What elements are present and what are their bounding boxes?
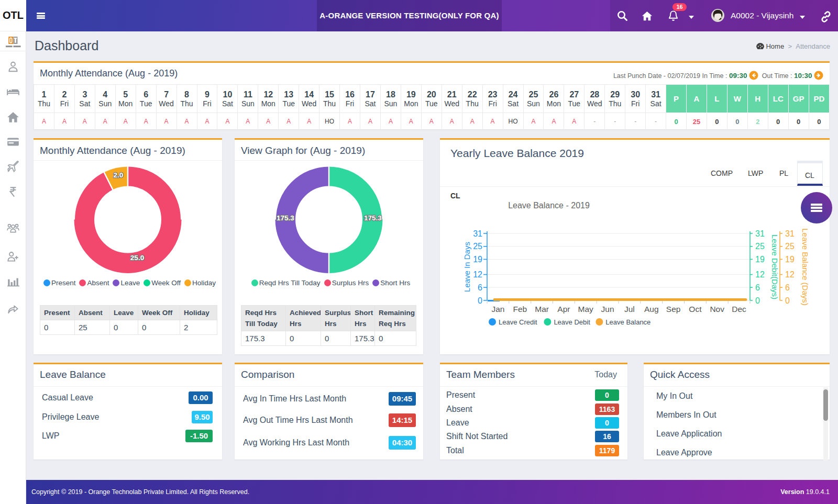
svg-text:Aug: Aug (644, 305, 659, 313)
svg-text:25.0: 25.0 (130, 254, 144, 262)
svg-text:19: 19 (785, 255, 795, 264)
svg-text:0: 0 (478, 296, 482, 305)
svg-text:Nov: Nov (710, 305, 724, 313)
svg-text:Leave Debit: Leave Debit (554, 318, 590, 326)
svg-text:6: 6 (785, 283, 790, 292)
svg-text:2.0: 2.0 (114, 171, 124, 179)
svg-text:0: 0 (755, 296, 760, 305)
svg-text:Jan: Jan (491, 305, 504, 313)
svg-text:Apr: Apr (557, 305, 570, 313)
svg-text:Sep: Sep (666, 305, 681, 313)
svg-text:12: 12 (473, 270, 482, 279)
svg-text:6: 6 (478, 283, 482, 292)
svg-text:May: May (578, 305, 594, 313)
svg-text:175.3: 175.3 (364, 214, 382, 222)
svg-text:Leave Credit: Leave Credit (499, 318, 537, 326)
svg-text:Mar: Mar (535, 305, 549, 313)
svg-text:25: 25 (473, 242, 482, 251)
svg-text:31: 31 (785, 229, 795, 238)
svg-text:175.3: 175.3 (277, 214, 294, 222)
svg-text:31: 31 (755, 229, 765, 238)
svg-text:Leave In Days: Leave In Days (462, 242, 471, 292)
svg-text:Jun: Jun (601, 305, 614, 313)
svg-text:0: 0 (785, 296, 790, 305)
svg-text:6: 6 (755, 283, 760, 292)
svg-text:12: 12 (785, 270, 795, 279)
svg-text:Leave Debit(Days): Leave Debit(Days) (770, 234, 779, 299)
svg-text:Dec: Dec (732, 305, 746, 313)
svg-text:19: 19 (755, 255, 765, 264)
svg-text:25: 25 (785, 242, 795, 251)
svg-text:12: 12 (755, 270, 765, 279)
svg-text:Leave Balance: Leave Balance (605, 318, 650, 326)
svg-text:Leave Balance (Days): Leave Balance (Days) (801, 228, 810, 306)
svg-text:19: 19 (473, 255, 482, 264)
svg-text:25: 25 (755, 242, 765, 251)
svg-text:Feb: Feb (513, 305, 527, 313)
svg-text:Leave Balance - 2019: Leave Balance - 2019 (508, 201, 590, 210)
svg-text:31: 31 (473, 229, 482, 238)
svg-text:Oct: Oct (689, 305, 702, 313)
svg-text:Jul: Jul (624, 305, 635, 313)
